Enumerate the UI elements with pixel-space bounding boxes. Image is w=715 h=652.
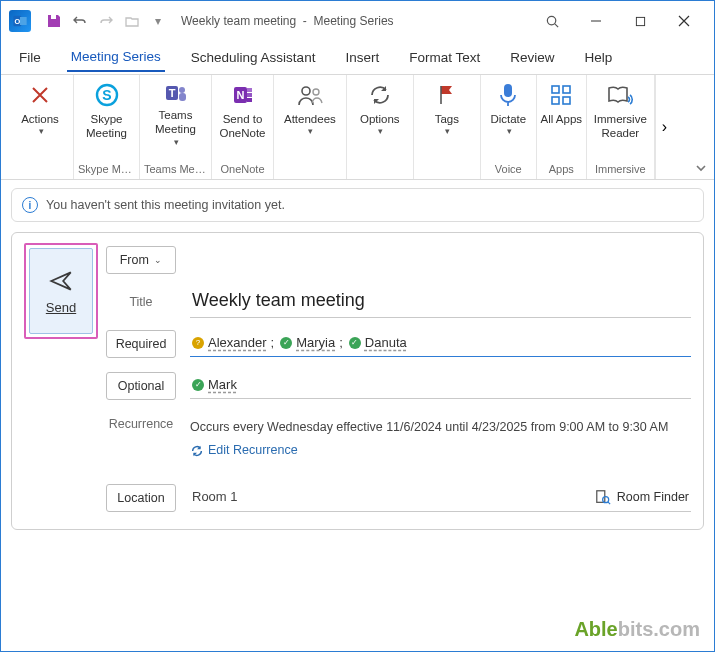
maximize-button[interactable] [618,6,662,36]
attendees-button[interactable]: Attendees▾ [278,78,342,150]
content-area: i You haven't sent this meeting invitati… [1,180,714,538]
tentative-status-icon: ? [192,337,204,349]
grid-icon [549,80,573,110]
tab-help[interactable]: Help [580,44,616,71]
recurrence-icon [190,444,204,458]
attendee-chip[interactable]: ✓ Maryia; [280,335,343,350]
teams-icon: T [163,80,189,106]
send-button[interactable]: Send [29,248,93,334]
titlebar: O ▾ Weekly team meeting - Meeting Series [1,1,714,41]
people-icon [296,80,324,110]
options-button[interactable]: Options▾ [351,78,409,150]
tab-meeting-series[interactable]: Meeting Series [67,43,165,72]
required-button[interactable]: Required [106,330,176,358]
ribbon: Actions▾ S Skype Meeting Skype Me... T T… [1,75,714,180]
svg-rect-19 [552,86,559,93]
optional-button[interactable]: Optional [106,372,176,400]
close-button[interactable] [662,6,706,36]
immersive-reader-button[interactable]: Immersive Reader [588,78,653,150]
info-icon: i [22,197,38,213]
send-onenote-button[interactable]: N Send to OneNote [213,78,271,150]
meeting-form: Send From ⌄ Title Weekly team meeting Re… [11,232,704,530]
info-bar: i You haven't sent this meeting invitati… [11,188,704,222]
flag-icon [436,80,458,110]
attendee-chip[interactable]: ? Alexander; [192,335,274,350]
group-skype-label: Skype Me... [78,160,135,179]
svg-text:N: N [236,89,244,101]
svg-rect-21 [552,97,559,104]
svg-rect-18 [504,84,512,97]
outlook-icon: O [9,10,31,32]
svg-point-16 [302,87,310,95]
send-highlight: Send [24,243,98,339]
location-field[interactable]: Room 1 Room Finder [190,485,691,512]
location-button[interactable]: Location [106,484,176,512]
ribbon-tabs: File Meeting Series Scheduling Assistant… [1,41,714,75]
window-title: Weekly team meeting - Meeting Series [181,14,394,28]
skype-meeting-button[interactable]: S Skype Meeting [78,78,136,150]
svg-rect-15 [247,98,252,102]
svg-point-24 [602,496,608,502]
svg-text:O: O [14,17,20,26]
edit-recurrence-link[interactable]: Edit Recurrence [190,440,298,461]
title-input[interactable]: Weekly team meeting [190,286,691,318]
svg-rect-23 [597,490,605,502]
from-button[interactable]: From ⌄ [106,246,176,274]
book-audio-icon [606,80,634,110]
search-button[interactable] [530,6,574,36]
group-immersive-label: Immersive [591,160,650,179]
room-finder-icon [595,489,611,505]
tags-button[interactable]: Tags▾ [418,78,476,150]
info-text: You haven't sent this meeting invitation… [46,198,285,212]
svg-text:T: T [168,87,175,99]
onenote-icon: N [230,80,256,110]
recurrence-label: Recurrence [106,417,176,431]
svg-rect-2 [20,17,27,25]
group-teams-label: Teams Meet... [144,160,207,179]
dictate-button[interactable]: Dictate▾ [479,78,537,150]
undo-button[interactable] [67,8,93,34]
microphone-icon [497,80,519,110]
svg-rect-4 [636,17,644,25]
watermark: Ablebits.com [574,618,700,641]
recurrence-info: Occurs every Wednesday effective 11/6/20… [190,417,668,465]
accepted-status-icon: ✓ [349,337,361,349]
accepted-status-icon: ✓ [192,379,204,391]
x-icon [28,80,52,110]
collapse-ribbon[interactable] [694,161,708,175]
svg-point-3 [547,16,555,24]
group-apps-label: Apps [541,160,582,179]
attendee-chip[interactable]: ✓ Mark [192,377,237,392]
qat-folder-button[interactable] [119,8,145,34]
group-voice-label: Voice [485,160,532,179]
room-finder-button[interactable]: Room Finder [595,489,689,505]
tab-review[interactable]: Review [506,44,558,71]
tab-format-text[interactable]: Format Text [405,44,484,71]
redo-button[interactable] [93,8,119,34]
actions-button[interactable]: Actions▾ [11,78,69,150]
optional-field[interactable]: ✓ Mark [190,373,691,399]
title-label: Title [106,295,176,309]
svg-point-9 [179,87,185,93]
svg-rect-13 [247,88,252,92]
svg-rect-20 [563,86,570,93]
save-button[interactable] [41,8,67,34]
attendee-chip[interactable]: ✓ Danuta [349,335,407,350]
qat-customize[interactable]: ▾ [145,8,171,34]
tab-insert[interactable]: Insert [341,44,383,71]
required-field[interactable]: ? Alexander; ✓ Maryia; ✓ Danuta [190,331,691,357]
svg-rect-22 [563,97,570,104]
ribbon-overflow[interactable]: › [655,75,673,179]
tab-file[interactable]: File [15,44,45,71]
chevron-down-icon: ⌄ [154,255,162,265]
teams-meeting-button[interactable]: T Teams Meeting▾ [144,78,207,150]
group-onenote-label: OneNote [216,160,269,179]
minimize-button[interactable] [574,6,618,36]
refresh-icon [368,80,392,110]
all-apps-button[interactable]: All Apps [532,78,590,150]
send-icon [48,268,74,294]
svg-rect-14 [247,93,252,97]
svg-rect-10 [179,93,186,101]
tab-scheduling-assistant[interactable]: Scheduling Assistant [187,44,320,71]
accepted-status-icon: ✓ [280,337,292,349]
